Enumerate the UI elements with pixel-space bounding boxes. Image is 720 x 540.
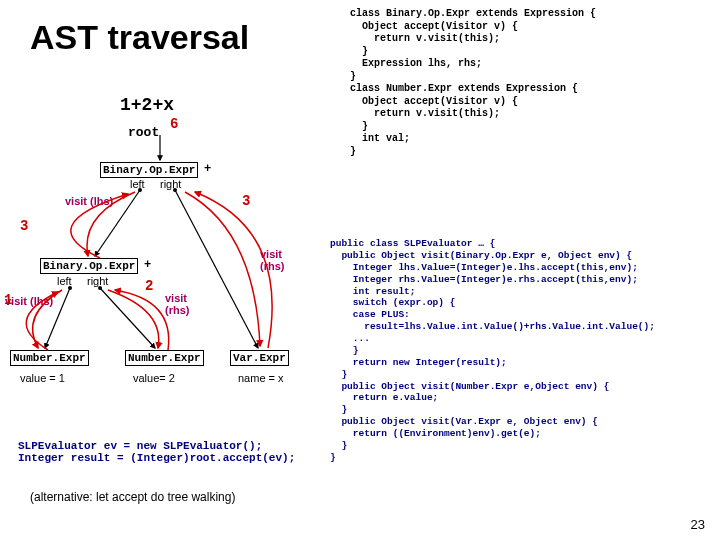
node-binop-1: Binary.Op.Expr xyxy=(100,162,198,178)
node-num-1: Number.Expr xyxy=(10,350,89,366)
slide-title: AST traversal xyxy=(30,18,249,57)
sub-right-1: right xyxy=(160,178,181,190)
sub-right-2: right xyxy=(87,275,108,287)
val-3a: 3 xyxy=(242,193,250,209)
visit-rhs-2: visit (rhs) xyxy=(165,292,189,316)
page-number: 23 xyxy=(691,517,705,532)
op-plus-1: + xyxy=(204,162,211,176)
visit-lhs-1: visit (lhs) xyxy=(65,195,113,207)
visit-rhs-1: visit (rhs) xyxy=(260,248,284,272)
val-1: 1 xyxy=(4,292,12,308)
leaf-val-2: value= 2 xyxy=(133,372,175,384)
val-2: 2 xyxy=(145,278,153,294)
node-var: Var.Expr xyxy=(230,350,289,366)
expression: 1+2+x xyxy=(120,95,174,115)
alt-text: (alternative: let accept do tree walking… xyxy=(30,490,235,504)
svg-line-4 xyxy=(100,288,155,348)
node-binop-2: Binary.Op.Expr xyxy=(40,258,138,274)
svg-line-2 xyxy=(175,190,258,348)
op-plus-2: + xyxy=(144,258,151,272)
code-classes: class Binary.Op.Expr extends Expression … xyxy=(350,8,715,158)
sub-left-1: left xyxy=(130,178,145,190)
code-bottom: SLPEvaluator ev = new SLPEvaluator(); In… xyxy=(18,440,295,464)
root-label: root xyxy=(128,125,159,140)
leaf-name-x: name = x xyxy=(238,372,284,384)
code-evaluator: public class SLPEvaluator … { public Obj… xyxy=(330,238,720,464)
leaf-val-1: value = 1 xyxy=(20,372,65,384)
node-num-2: Number.Expr xyxy=(125,350,204,366)
sub-left-2: left xyxy=(57,275,72,287)
val-3b: 3 xyxy=(20,218,28,234)
root-value: 6 xyxy=(170,116,178,132)
